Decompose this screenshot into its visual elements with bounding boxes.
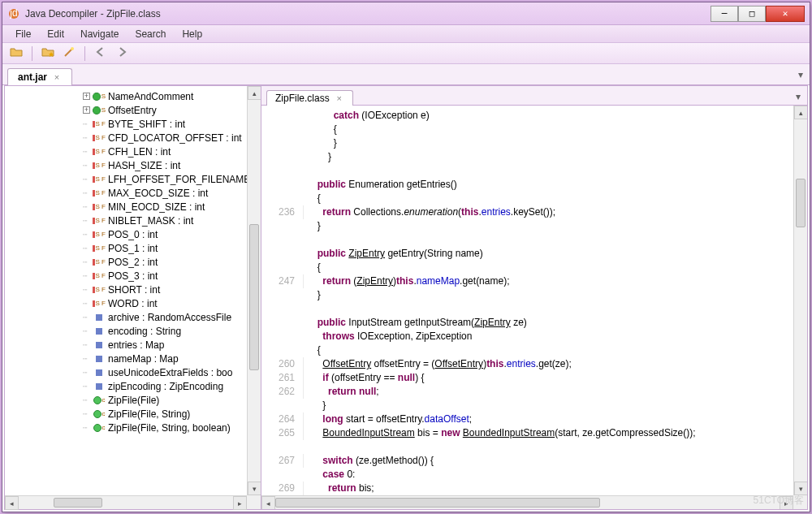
expand-icon[interactable]: + (83, 93, 90, 100)
scroll-thumb[interactable] (275, 498, 600, 508)
code-line[interactable]: { (261, 123, 807, 136)
code-line[interactable]: public Enumeration getEntries() (261, 178, 807, 192)
tree-item[interactable]: ┈S FNIBLET_MASK : int (5, 214, 261, 227)
tree-item[interactable]: ┈cZipFile(File, String) (5, 407, 261, 421)
scroll-down-icon[interactable]: ▾ (794, 482, 807, 495)
menu-file[interactable]: File (7, 27, 39, 41)
tree-item[interactable]: ┈cZipFile(File) (5, 393, 261, 407)
field-red-icon: S F (93, 242, 106, 255)
code-line[interactable] (261, 233, 807, 247)
code-line[interactable] (261, 164, 807, 178)
scroll-left-icon[interactable]: ◂ (261, 496, 275, 509)
scroll-right-icon[interactable]: ▸ (233, 496, 247, 510)
tree-item[interactable]: ┈S FPOS_0 : int (5, 227, 261, 241)
scroll-thumb[interactable] (54, 498, 102, 508)
open-button[interactable] (7, 45, 25, 63)
menu-navigate[interactable]: Navigate (72, 27, 127, 41)
wand-button[interactable] (60, 45, 78, 63)
field-red-icon: S F (93, 283, 106, 296)
code-line[interactable]: } (261, 150, 807, 164)
editor-hscrollbar[interactable]: ◂ ▸ (261, 495, 793, 509)
code-line[interactable]: 236 return Collections.enumeration(this.… (261, 205, 807, 219)
scroll-right-icon[interactable]: ▸ (780, 496, 793, 509)
titlebar[interactable]: jd Java Decompiler - ZipFile.class ─ □ ✕ (2, 2, 810, 25)
code-line[interactable]: throws IOException, ZipException (261, 330, 807, 343)
tree-item[interactable]: ┈nameMap : Map (5, 352, 261, 365)
code-line[interactable] (261, 440, 807, 454)
tab-zipfile-class[interactable]: ZipFile.class × (266, 90, 353, 106)
code-line[interactable]: catch (IOException e) (261, 109, 807, 123)
tree-item[interactable]: ┈S FCFD_LOCATOR_OFFSET : int (5, 131, 261, 145)
code-line[interactable]: 247 return (ZipEntry)this.nameMap.get(na… (261, 274, 807, 288)
tab-ant-jar[interactable]: ant.jar × (7, 68, 72, 85)
code-line[interactable]: } (261, 399, 807, 412)
code-line[interactable]: { (261, 343, 807, 357)
tree-item[interactable]: ┈S FPOS_3 : int (5, 269, 261, 283)
tree-item[interactable]: ┈cZipFile(File, String, boolean) (5, 421, 261, 434)
code-line[interactable]: } (261, 288, 807, 302)
tree-item[interactable]: ┈S FMAX_EOCD_SIZE : int (5, 186, 261, 200)
scroll-up-icon[interactable]: ▴ (248, 86, 261, 100)
code-line[interactable]: } (261, 219, 807, 233)
expand-icon[interactable]: + (83, 106, 90, 114)
tree-item-label: MIN_EOCD_SIZE : int (108, 201, 205, 213)
tree-item[interactable]: ┈S FCFH_LEN : int (5, 145, 261, 158)
tree-item[interactable]: ┈archive : RandomAccessFile (5, 310, 261, 324)
tree-item[interactable]: ┈useUnicodeExtraFields : boo (5, 365, 261, 379)
code-line[interactable]: 261 if (offsetEntry == null) { (261, 371, 807, 385)
save-button[interactable] (39, 45, 57, 63)
tree-item[interactable]: ┈S FLFH_OFFSET_FOR_FILENAME (5, 172, 261, 186)
tree-item[interactable]: ┈S FHASH_SIZE : int (5, 158, 261, 172)
scroll-left-icon[interactable]: ◂ (5, 496, 19, 510)
code-line[interactable]: { (261, 261, 807, 274)
tree-item[interactable]: ┈entries : Map (5, 338, 261, 352)
tab-dropdown-icon[interactable]: ▾ (796, 91, 801, 102)
menu-edit[interactable]: Edit (39, 27, 72, 41)
tree-item[interactable]: ┈zipEncoding : ZipEncoding (5, 379, 261, 393)
code-line[interactable]: 264 long start = offsetEntry.dataOffset; (261, 412, 807, 426)
source-code[interactable]: catch (IOException e) { } } public Enume… (261, 106, 807, 509)
tree-item[interactable]: +SNameAndComment (5, 89, 261, 103)
tree-connector: ┈ (83, 410, 93, 418)
maximize-button[interactable]: □ (738, 6, 766, 22)
minimize-button[interactable]: ─ (710, 6, 738, 22)
scroll-up-icon[interactable]: ▴ (794, 106, 807, 119)
tab-dropdown-icon[interactable]: ▾ (798, 69, 803, 80)
close-icon[interactable]: × (52, 72, 62, 82)
scroll-down-icon[interactable]: ▾ (248, 482, 261, 495)
code-line[interactable]: 262 return null; (261, 385, 807, 399)
tree-item[interactable]: ┈S FPOS_2 : int (5, 255, 261, 269)
outline-tree[interactable]: +SNameAndComment+SOffsetEntry┈S FBYTE_SH… (5, 86, 261, 438)
field-red-icon: S F (93, 256, 106, 269)
code-line[interactable]: public InputStream getInputStream(ZipEnt… (261, 316, 807, 330)
close-icon[interactable]: × (335, 93, 344, 103)
scroll-thumb[interactable] (249, 224, 259, 370)
editor-vscrollbar[interactable]: ▴ ▾ (793, 106, 807, 495)
nav-forward-button[interactable] (113, 45, 131, 63)
code-line[interactable]: case 0: (261, 468, 807, 482)
code-line[interactable]: 265 BoundedInputStream bis = new Bounded… (261, 426, 807, 440)
code-line[interactable]: } (261, 136, 807, 150)
sidebar-vscrollbar[interactable]: ▴ ▾ (247, 86, 261, 495)
tree-item[interactable]: ┈S FSHORT : int (5, 283, 261, 296)
code-line[interactable]: { (261, 192, 807, 205)
tree-connector: ┈ (83, 396, 93, 404)
close-button[interactable]: ✕ (766, 6, 805, 22)
code-line[interactable]: 267 switch (ze.getMethod()) { (261, 454, 807, 468)
tree-item[interactable]: ┈S FWORD : int (5, 296, 261, 310)
code-line[interactable]: 269 return bis; (261, 482, 807, 495)
menu-help[interactable]: Help (174, 27, 210, 41)
scroll-thumb[interactable] (796, 179, 806, 227)
code-line[interactable] (261, 302, 807, 316)
tree-item[interactable]: ┈S FPOS_1 : int (5, 241, 261, 255)
code-line[interactable]: 260 OffsetEntry offsetEntry = (OffsetEnt… (261, 357, 807, 371)
code-line[interactable]: public ZipEntry getEntry(String name) (261, 247, 807, 261)
nav-back-button[interactable] (92, 45, 110, 63)
tree-item[interactable]: ┈encoding : String (5, 324, 261, 338)
tree-item[interactable]: ┈S FBYTE_SHIFT : int (5, 117, 261, 131)
menu-search[interactable]: Search (127, 27, 174, 41)
tree-item[interactable]: +SOffsetEntry (5, 103, 261, 117)
sidebar-hscrollbar[interactable]: ◂ ▸ (5, 495, 247, 509)
tree-item-label: CFD_LOCATOR_OFFSET : int (108, 132, 242, 144)
tree-item[interactable]: ┈S FMIN_EOCD_SIZE : int (5, 200, 261, 214)
